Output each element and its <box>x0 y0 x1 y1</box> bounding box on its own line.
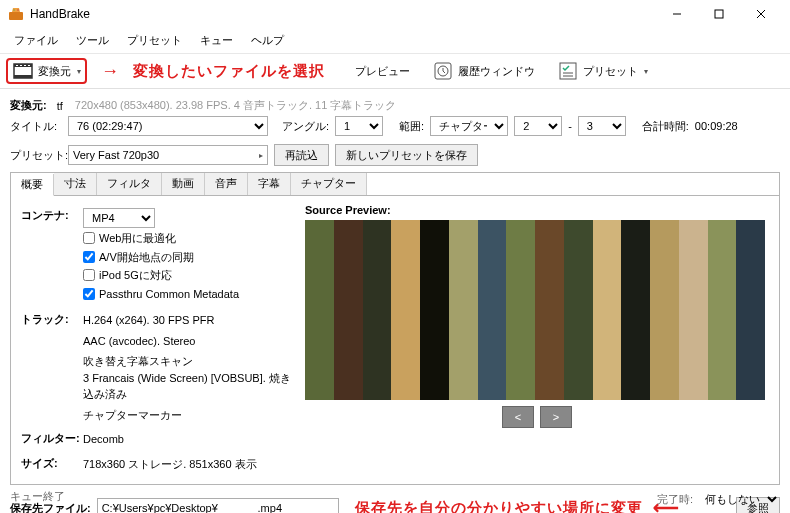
ipod-checkbox[interactable] <box>83 269 95 281</box>
preset-select[interactable]: Very Fast 720p30 ▸ <box>68 145 268 165</box>
source-label: 変換元: <box>10 98 47 113</box>
presets-button[interactable]: プリセット ▾ <box>551 58 654 84</box>
title-label: タイトル: <box>10 119 62 134</box>
track-audio: AAC (avcodec). Stereo <box>83 333 291 350</box>
summary-left: コンテナ: MP4 Web用に最適化 A/V開始地点の同期 iPod 5Gに対応… <box>21 204 291 476</box>
status-bar: キュー終了 完了時: 何もしない <box>10 489 780 509</box>
summary-right: Source Preview: < > <box>305 204 769 476</box>
title-row: タイトル: 76 (02:29:47) アングル: 1 範囲: チャプター 2 … <box>10 116 780 136</box>
window-title: HandBrake <box>30 7 656 21</box>
source-button-label: 変換元 <box>38 64 71 79</box>
menu-preset[interactable]: プリセット <box>119 30 190 51</box>
svg-rect-13 <box>28 65 30 66</box>
preset-label: プリセット: <box>10 148 62 163</box>
tab-subs[interactable]: 字幕 <box>248 173 291 195</box>
angle-label: アングル: <box>282 119 329 134</box>
passthru-checkbox[interactable] <box>83 288 95 300</box>
svg-point-2 <box>17 9 19 11</box>
av-sync-checkbox[interactable] <box>83 251 95 263</box>
title-select[interactable]: 76 (02:29:47) <box>68 116 268 136</box>
menu-queue[interactable]: キュー <box>192 30 241 51</box>
preview-nav: < > <box>305 406 769 428</box>
track-chap: チャプターマーカー <box>83 407 291 424</box>
svg-rect-16 <box>560 63 576 79</box>
minimize-button[interactable] <box>656 2 698 26</box>
filters-label: フィルター: <box>21 431 83 446</box>
save-preset-button[interactable]: 新しいプリセットを保存 <box>335 144 478 166</box>
web-opt-label: Web用に最適化 <box>99 230 176 247</box>
source-button[interactable]: 変換元 ▾ <box>6 58 87 84</box>
chevron-down-icon: ▾ <box>77 67 81 76</box>
menubar: ファイル ツール プリセット キュー ヘルプ <box>0 28 790 54</box>
status-left: キュー終了 <box>10 489 65 509</box>
ipod-label: iPod 5Gに対応 <box>99 267 172 284</box>
status-right-label: 完了時: <box>657 492 693 507</box>
container-label: コンテナ: <box>21 208 83 223</box>
menu-file[interactable]: ファイル <box>6 30 66 51</box>
window-controls <box>656 2 782 26</box>
svg-rect-11 <box>20 65 22 66</box>
source-name: tf <box>57 100 63 112</box>
range-sep: - <box>568 120 572 132</box>
preview-button[interactable]: プレビュー <box>349 62 416 81</box>
tab-dimensions[interactable]: 寸法 <box>54 173 97 195</box>
when-done-select[interactable]: 何もしない <box>697 489 780 509</box>
range-from-select[interactable]: 2 <box>514 116 562 136</box>
main-content: 変換元: tf 720x480 (853x480). 23.98 FPS. 4 … <box>0 89 790 513</box>
menu-tool[interactable]: ツール <box>68 30 117 51</box>
passthru-label: Passthru Common Metadata <box>99 286 239 303</box>
source-preview <box>305 220 765 400</box>
tab-video[interactable]: 動画 <box>162 173 205 195</box>
app-icon <box>8 6 24 22</box>
range-to-select[interactable]: 3 <box>578 116 626 136</box>
source-info: 720x480 (853x480). 23.98 FPS. 4 音声トラック. … <box>75 98 397 113</box>
history-icon <box>432 60 454 82</box>
track-sub2: 3 Francais (Wide Screen) [VOBSUB]. 焼き込み済… <box>83 370 291 403</box>
size-value: 718x360 ストレージ. 851x360 表示 <box>83 456 291 473</box>
next-button[interactable]: > <box>540 406 572 428</box>
reload-button[interactable]: 再読込 <box>274 144 329 166</box>
track-video: H.264 (x264). 30 FPS PFR <box>83 312 291 329</box>
range-type-select[interactable]: チャプター <box>430 116 508 136</box>
toolbar: 変換元 ▾ → 変換したいファイルを選択 プレビュー 履歴ウィンドウ プリセット… <box>0 54 790 89</box>
titlebar: HandBrake <box>0 0 790 28</box>
duration-value: 00:09:28 <box>695 120 738 132</box>
size-label: サイズ: <box>21 456 83 471</box>
tab-audio[interactable]: 音声 <box>205 173 248 195</box>
close-button[interactable] <box>740 2 782 26</box>
prev-button[interactable]: < <box>502 406 534 428</box>
tab-filters[interactable]: フィルタ <box>97 173 162 195</box>
preset-value: Very Fast 720p30 <box>73 149 159 161</box>
preset-row: プリセット: Very Fast 720p30 ▸ 再読込 新しいプリセットを保… <box>10 144 780 166</box>
annotation-select-file: 変換したいファイルを選択 <box>133 62 325 81</box>
svg-rect-12 <box>24 65 26 66</box>
chevron-down-icon: ▾ <box>644 67 648 76</box>
duration-label: 合計時間: <box>642 119 689 134</box>
menu-help[interactable]: ヘルプ <box>243 30 292 51</box>
tab-summary[interactable]: 概要 <box>11 174 54 196</box>
source-info-row: 変換元: tf 720x480 (853x480). 23.98 FPS. 4 … <box>10 98 780 113</box>
history-label: 履歴ウィンドウ <box>458 64 535 79</box>
tab-body: コンテナ: MP4 Web用に最適化 A/V開始地点の同期 iPod 5Gに対応… <box>10 195 780 485</box>
web-opt-checkbox[interactable] <box>83 232 95 244</box>
filters-value: Decomb <box>83 431 291 448</box>
preview-label: プレビュー <box>355 64 410 79</box>
svg-rect-4 <box>715 10 723 18</box>
maximize-button[interactable] <box>698 2 740 26</box>
container-select[interactable]: MP4 <box>83 208 155 228</box>
angle-select[interactable]: 1 <box>335 116 383 136</box>
history-button[interactable]: 履歴ウィンドウ <box>426 58 541 84</box>
tabs-bar: 概要 寸法 フィルタ 動画 音声 字幕 チャプター <box>10 172 780 195</box>
film-icon <box>12 60 34 82</box>
svg-point-1 <box>13 9 15 11</box>
annotation-arrow-right: → <box>101 61 119 82</box>
tracks-label: トラック: <box>21 312 83 327</box>
tab-chapters[interactable]: チャプター <box>291 173 367 195</box>
svg-rect-0 <box>9 12 23 20</box>
checklist-icon <box>557 60 579 82</box>
svg-rect-10 <box>16 65 18 66</box>
av-sync-label: A/V開始地点の同期 <box>99 249 194 266</box>
svg-rect-9 <box>14 75 32 78</box>
range-label: 範囲: <box>399 119 424 134</box>
track-sub1: 吹き替え字幕スキャン <box>83 353 291 370</box>
